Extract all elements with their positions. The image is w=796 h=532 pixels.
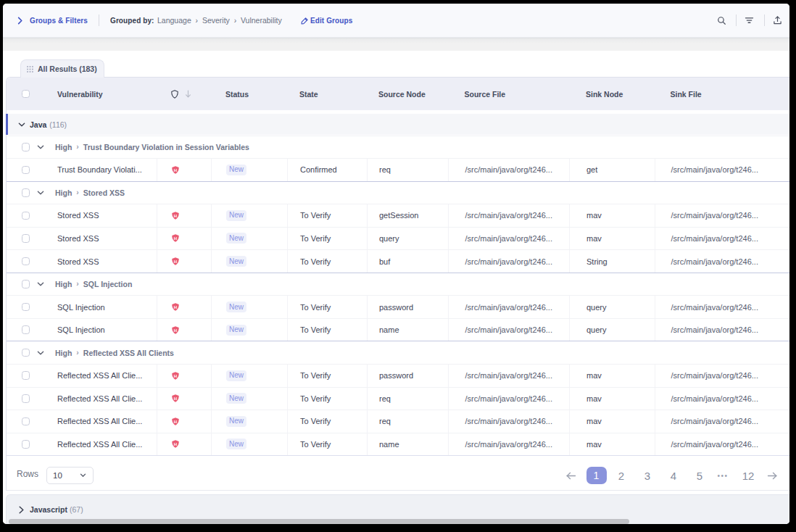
svg-text:H: H: [174, 214, 177, 218]
svg-text:H: H: [174, 373, 177, 378]
svg-text:H: H: [174, 442, 177, 446]
svg-text:H: H: [174, 420, 177, 424]
svg-text:H: H: [174, 396, 177, 401]
svg-text:H: H: [174, 259, 177, 264]
svg-text:H: H: [174, 236, 177, 241]
svg-text:H: H: [174, 305, 177, 309]
svg-text:H: H: [174, 328, 177, 332]
svg-text:H: H: [174, 168, 177, 173]
